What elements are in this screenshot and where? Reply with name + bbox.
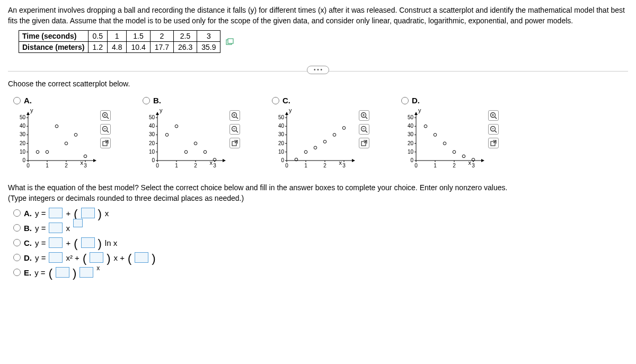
y-axis-label: y <box>30 107 33 113</box>
zoom-in-icon[interactable] <box>100 110 111 121</box>
svg-text:20: 20 <box>278 140 285 146</box>
y-axis-label: y <box>418 107 421 113</box>
svg-text:0: 0 <box>410 157 413 163</box>
svg-text:2: 2 <box>323 163 326 168</box>
plot-a-radio[interactable] <box>13 97 21 104</box>
popout-icon[interactable] <box>488 138 499 148</box>
zoom-out-icon[interactable] <box>229 124 240 135</box>
popout-icon[interactable] <box>229 138 240 148</box>
svg-text:40: 40 <box>408 123 414 129</box>
svg-text:0: 0 <box>22 157 25 163</box>
svg-line-115 <box>366 131 368 133</box>
svg-point-30 <box>74 134 77 137</box>
svg-marker-5 <box>93 159 96 162</box>
svg-text:2: 2 <box>453 163 456 168</box>
answer-a-input-1[interactable] <box>49 208 63 218</box>
x-axis-label: x <box>339 159 342 166</box>
zoom-in-icon[interactable] <box>359 110 369 121</box>
plot-c-label: C. <box>282 96 290 105</box>
svg-point-67 <box>184 150 188 154</box>
zoom-in-icon[interactable] <box>488 110 499 121</box>
svg-text:10: 10 <box>408 149 414 155</box>
svg-marker-83 <box>352 159 355 162</box>
answer-e-input-2[interactable] <box>80 267 93 278</box>
svg-text:0: 0 <box>152 157 155 163</box>
svg-point-108 <box>333 134 336 137</box>
copy-table-icon[interactable] <box>226 38 234 47</box>
svg-text:1: 1 <box>46 163 49 168</box>
model-instructions: (Type integers or decimals rounded to th… <box>8 194 628 202</box>
answer-c-input-1[interactable] <box>49 237 63 248</box>
svg-point-28 <box>55 125 58 128</box>
zoom-in-icon[interactable] <box>229 110 240 121</box>
time-label: Time (seconds) <box>19 31 89 42</box>
plot-a-label: A. <box>24 96 32 105</box>
svg-point-65 <box>165 134 169 137</box>
answer-d-input-3[interactable] <box>135 252 148 263</box>
svg-point-26 <box>36 150 39 154</box>
answer-a-radio[interactable] <box>13 209 21 217</box>
y-axis-label: y <box>160 107 163 113</box>
svg-text:3: 3 <box>342 163 346 168</box>
svg-point-107 <box>323 140 326 144</box>
svg-point-145 <box>443 142 446 145</box>
zoom-out-icon[interactable] <box>359 124 369 135</box>
svg-text:3: 3 <box>84 163 87 168</box>
svg-text:30: 30 <box>408 132 414 138</box>
answer-e-radio[interactable] <box>13 269 21 276</box>
svg-text:50: 50 <box>20 114 26 120</box>
answer-b-radio[interactable] <box>13 224 21 232</box>
svg-marker-4 <box>26 112 30 115</box>
answer-c-radio[interactable] <box>13 239 21 246</box>
svg-text:2: 2 <box>65 163 68 168</box>
svg-text:0: 0 <box>285 163 288 168</box>
svg-marker-122 <box>481 159 484 162</box>
popout-icon[interactable] <box>359 138 369 148</box>
x-axis-label: x <box>210 159 213 166</box>
answer-e-input-1[interactable] <box>56 267 69 278</box>
svg-line-154 <box>495 131 497 133</box>
y-axis-label: y <box>289 107 292 113</box>
svg-point-31 <box>84 155 87 158</box>
answer-b-input-1[interactable] <box>49 223 63 233</box>
plot-d-radio[interactable] <box>401 97 409 104</box>
answer-d-input-2[interactable] <box>90 252 103 263</box>
svg-text:1: 1 <box>175 163 178 168</box>
svg-text:40: 40 <box>149 123 155 129</box>
svg-line-37 <box>107 131 109 133</box>
svg-text:3: 3 <box>213 163 216 168</box>
svg-text:0: 0 <box>281 157 284 163</box>
plot-c-radio[interactable] <box>272 97 279 104</box>
answer-a-label: A. <box>24 209 32 218</box>
svg-text:20: 20 <box>408 140 414 146</box>
plot-b-radio[interactable] <box>143 97 150 104</box>
answer-d-radio[interactable] <box>13 254 21 261</box>
answer-a-input-2[interactable] <box>81 208 95 218</box>
answer-b-input-2[interactable] <box>73 219 83 227</box>
data-table: Time (seconds) 0.5 1 1.5 2 2.5 3 Distanc… <box>19 30 220 53</box>
svg-text:30: 30 <box>278 132 285 138</box>
svg-point-66 <box>175 125 178 128</box>
x-axis-label: x <box>469 159 472 166</box>
x-axis-label: x <box>81 159 84 166</box>
svg-line-33 <box>107 117 109 119</box>
svg-text:50: 50 <box>278 114 285 120</box>
answer-d-input-1[interactable] <box>49 252 63 263</box>
scatterplot-question: Choose the correct scatterplot below. <box>8 79 628 88</box>
zoom-out-icon[interactable] <box>100 124 111 135</box>
svg-line-150 <box>495 117 497 119</box>
expand-button[interactable]: • • • <box>307 66 329 74</box>
zoom-out-icon[interactable] <box>488 124 499 135</box>
svg-point-147 <box>462 155 465 158</box>
answer-c-input-2[interactable] <box>81 237 95 248</box>
plot-b-label: B. <box>153 96 161 105</box>
svg-rect-1 <box>228 39 233 43</box>
svg-text:2: 2 <box>194 163 197 168</box>
svg-point-106 <box>314 146 317 149</box>
svg-marker-44 <box>223 159 226 162</box>
svg-text:1: 1 <box>304 163 307 168</box>
svg-text:10: 10 <box>149 149 155 155</box>
svg-text:50: 50 <box>149 114 155 120</box>
svg-point-143 <box>424 125 427 128</box>
popout-icon[interactable] <box>100 138 111 148</box>
